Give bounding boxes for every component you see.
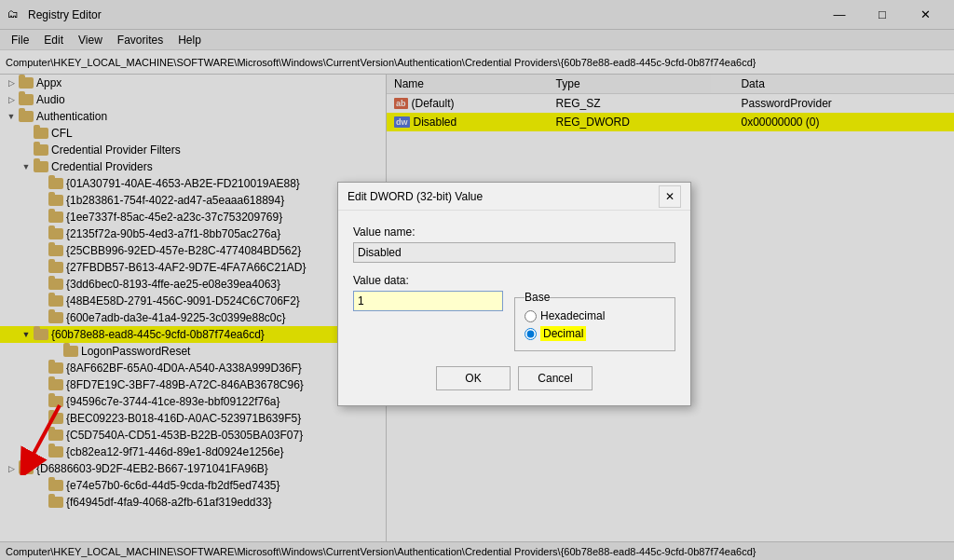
dialog-close-button[interactable]: ✕ <box>659 185 681 208</box>
dialog-body: Value name: Value data: Base Hexadecimal… <box>338 211 690 405</box>
ok-button[interactable]: OK <box>436 366 511 390</box>
cancel-button[interactable]: Cancel <box>518 366 593 390</box>
decimal-label: Decimal <box>540 326 586 341</box>
base-fieldset: Base Hexadecimal Decimal <box>514 291 675 351</box>
decimal-radio-label[interactable]: Decimal <box>525 326 665 341</box>
edit-dword-dialog: Edit DWORD (32-bit) Value ✕ Value name: … <box>337 182 691 406</box>
hexadecimal-label: Hexadecimal <box>540 309 605 322</box>
dialog-buttons: OK Cancel <box>353 366 675 390</box>
value-data-label: Value data: <box>353 274 675 287</box>
dialog-overlay: Edit DWORD (32-bit) Value ✕ Value name: … <box>0 0 954 560</box>
value-data-input[interactable] <box>353 291 503 311</box>
hexadecimal-radio[interactable] <box>525 310 537 322</box>
dialog-data-row: Base Hexadecimal Decimal <box>353 291 675 351</box>
dialog-title-bar: Edit DWORD (32-bit) Value ✕ <box>338 183 690 211</box>
decimal-radio[interactable] <box>525 328 537 340</box>
base-legend: Base <box>525 291 550 304</box>
dialog-title: Edit DWORD (32-bit) Value <box>348 190 659 203</box>
hexadecimal-radio-label[interactable]: Hexadecimal <box>525 309 665 322</box>
value-name-input[interactable] <box>353 242 675 263</box>
value-name-label: Value name: <box>353 225 675 239</box>
